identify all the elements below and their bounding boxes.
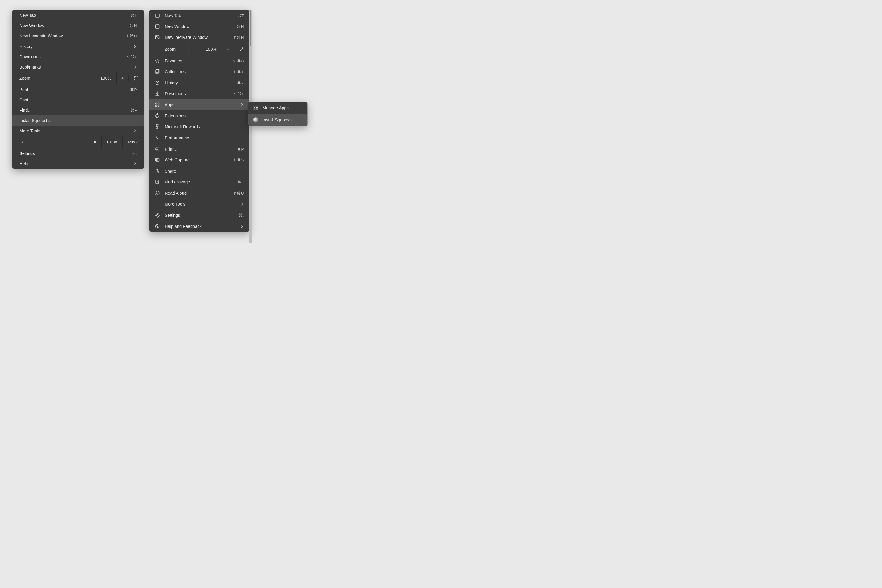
chevron-right-icon bbox=[240, 224, 244, 229]
menu-item-favorites[interactable]: Favorites ⌥⌘B bbox=[149, 55, 249, 66]
paste-button[interactable]: Paste bbox=[122, 136, 144, 148]
chevron-right-icon bbox=[133, 161, 137, 166]
menu-item-new-tab[interactable]: New Tab ⌘T bbox=[149, 10, 249, 21]
label: Web Capture bbox=[165, 158, 190, 162]
shortcut: ⇧⌘Y bbox=[233, 69, 244, 74]
menu-item-apps[interactable]: Apps bbox=[149, 99, 249, 110]
zoom-label: Zoom bbox=[149, 47, 176, 51]
scrollbar-thumb[interactable] bbox=[250, 10, 251, 46]
svg-point-18 bbox=[157, 159, 158, 161]
label: Print… bbox=[165, 147, 178, 152]
fullscreen-button[interactable] bbox=[234, 47, 249, 51]
menu-item-share[interactable]: Share bbox=[149, 165, 249, 176]
download-icon bbox=[154, 91, 160, 96]
label: Copy bbox=[107, 140, 117, 144]
label: Manage Apps bbox=[262, 105, 289, 110]
shortcut: ⌘N bbox=[237, 24, 244, 29]
menu-item-manage-apps[interactable]: Manage Apps bbox=[248, 102, 307, 114]
label: Read Aloud bbox=[165, 191, 187, 195]
inprivate-icon bbox=[154, 35, 160, 40]
label: Microsoft Rewards bbox=[165, 124, 200, 129]
menu-item-read-aloud[interactable]: Read Aloud ⇧⌘U bbox=[149, 188, 249, 198]
zoom-value: 100% bbox=[201, 47, 222, 51]
menu-item-more-tools[interactable]: More Tools bbox=[149, 198, 249, 209]
chevron-right-icon bbox=[133, 44, 137, 49]
menu-item-more-tools[interactable]: More Tools bbox=[12, 126, 144, 136]
new-tab-icon bbox=[154, 13, 160, 18]
menu-item-new-tab[interactable]: New Tab ⌘T bbox=[12, 10, 144, 20]
edge-overflow-menu: New Tab ⌘T New Window ⌘N New InPrivate W… bbox=[149, 10, 249, 232]
fullscreen-button[interactable] bbox=[129, 76, 144, 81]
fullscreen-icon bbox=[134, 76, 139, 81]
menu-item-downloads[interactable]: Downloads ⌥⌘L bbox=[149, 88, 249, 99]
zoom-row: Zoom − 100% + bbox=[12, 72, 144, 84]
menu-item-find[interactable]: Find… ⌘F bbox=[12, 105, 144, 115]
squoosh-app-icon bbox=[253, 117, 258, 123]
share-icon bbox=[154, 168, 160, 174]
svg-rect-26 bbox=[256, 106, 258, 108]
menu-item-microsoft-rewards[interactable]: Microsoft Rewards bbox=[149, 122, 249, 132]
apps-icon bbox=[253, 105, 258, 111]
edit-row: Edit Cut Copy Paste bbox=[12, 136, 144, 148]
shortcut: ⇧⌘N bbox=[126, 33, 137, 38]
label: Find on Page… bbox=[165, 180, 194, 184]
shortcut: ⌘T bbox=[237, 13, 244, 18]
zoom-out-button[interactable]: − bbox=[189, 43, 201, 55]
menu-item-settings[interactable]: Settings ⌘, bbox=[149, 210, 249, 221]
menu-item-extensions[interactable]: Extensions bbox=[149, 110, 249, 121]
copy-button[interactable]: Copy bbox=[101, 136, 122, 148]
edit-label: Edit bbox=[12, 136, 27, 148]
label: Cast… bbox=[20, 98, 32, 102]
label: More Tools bbox=[165, 202, 186, 206]
collections-icon bbox=[154, 69, 160, 74]
zoom-row: Zoom − 100% + bbox=[149, 43, 249, 55]
label: Install Squoosh… bbox=[20, 118, 53, 123]
menu-item-new-window[interactable]: New Window ⌘N bbox=[149, 21, 249, 32]
menu-item-print[interactable]: Print… ⌘P bbox=[12, 84, 144, 94]
zoom-in-button[interactable]: + bbox=[116, 72, 129, 84]
menu-item-help[interactable]: Help bbox=[12, 159, 144, 169]
menu-item-new-window[interactable]: New Window ⌘N bbox=[12, 20, 144, 31]
menu-item-find-on-page[interactable]: Find on Page… ⌘F bbox=[149, 176, 249, 187]
shortcut: ⌘N bbox=[130, 23, 137, 28]
shortcut: ⌥⌘L bbox=[232, 92, 244, 96]
help-icon bbox=[154, 224, 160, 229]
star-icon bbox=[154, 58, 160, 63]
menu-item-history[interactable]: History ⌘Y bbox=[149, 77, 249, 88]
menu-item-history[interactable]: History bbox=[12, 41, 144, 51]
svg-rect-16 bbox=[156, 150, 159, 151]
menu-item-cast[interactable]: Cast… bbox=[12, 94, 144, 105]
history-icon bbox=[154, 80, 160, 86]
menu-item-install-squoosh[interactable]: Install Squoosh bbox=[248, 114, 307, 126]
label: Print… bbox=[20, 87, 32, 92]
label: Paste bbox=[128, 140, 139, 144]
label: Collections bbox=[165, 69, 186, 74]
rewards-icon bbox=[154, 124, 160, 129]
label: Favorites bbox=[165, 58, 182, 63]
shortcut: ⌘T bbox=[130, 13, 137, 18]
label: Help bbox=[20, 161, 28, 166]
menu-item-new-incognito-window[interactable]: New Incognito Window ⇧⌘N bbox=[12, 31, 144, 41]
label: Performance bbox=[165, 135, 189, 140]
menu-item-new-inprivate-window[interactable]: New InPrivate Window ⇧⌘N bbox=[149, 32, 249, 43]
menu-item-print[interactable]: Print… ⌘P bbox=[149, 144, 249, 154]
menu-item-collections[interactable]: Collections ⇧⌘Y bbox=[149, 66, 249, 77]
menu-item-performance[interactable]: Performance bbox=[149, 132, 249, 143]
menu-item-downloads[interactable]: Downloads ⌥⌘L bbox=[12, 51, 144, 62]
label: New InPrivate Window bbox=[165, 35, 208, 40]
zoom-value: 100% bbox=[95, 76, 116, 81]
menu-item-settings[interactable]: Settings ⌘, bbox=[12, 148, 144, 159]
zoom-in-button[interactable]: + bbox=[222, 43, 234, 55]
menu-item-install-squoosh[interactable]: Install Squoosh… bbox=[12, 115, 144, 126]
svg-rect-28 bbox=[256, 108, 258, 110]
menu-item-help-and-feedback[interactable]: Help and Feedback bbox=[149, 221, 249, 232]
menu-item-bookmarks[interactable]: Bookmarks bbox=[12, 62, 144, 72]
find-icon bbox=[154, 179, 160, 184]
label: More Tools bbox=[20, 129, 40, 133]
performance-icon bbox=[154, 135, 160, 141]
menu-item-web-capture[interactable]: Web Capture ⇧⌘S bbox=[149, 154, 249, 165]
zoom-out-button[interactable]: − bbox=[83, 72, 95, 84]
minus-icon: − bbox=[88, 76, 90, 81]
cut-button[interactable]: Cut bbox=[84, 136, 101, 148]
scrollbar[interactable] bbox=[249, 10, 252, 243]
